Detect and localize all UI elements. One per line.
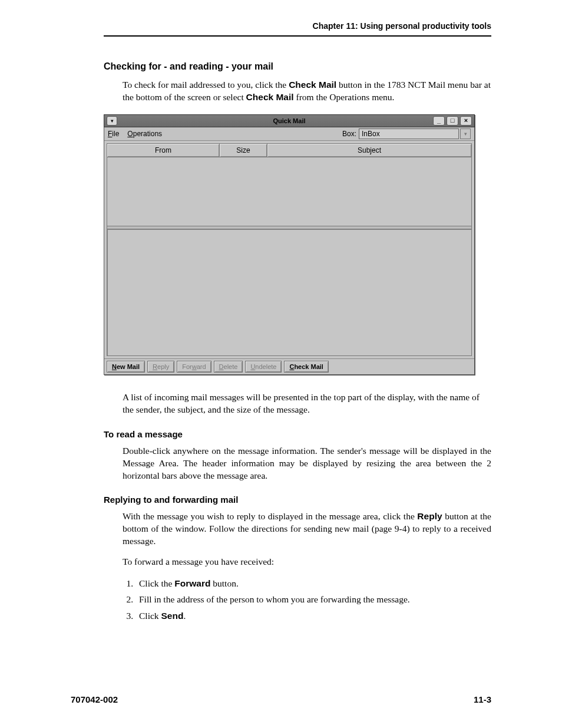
col-size[interactable]: Size: [220, 144, 267, 157]
mnemonic: w: [192, 363, 197, 370]
message-list-area[interactable]: [107, 157, 472, 226]
para-check-intro: To check for mail addressed to you, clic…: [123, 79, 491, 104]
box-dropdown-button[interactable]: ▾: [460, 129, 471, 139]
bold-check-mail: Check Mail: [289, 80, 336, 90]
mnemonic: U: [250, 363, 255, 370]
maximize-button[interactable]: □: [447, 116, 458, 126]
message-area[interactable]: [107, 229, 472, 356]
col-subject[interactable]: Subject: [267, 144, 471, 157]
forward-steps: Click the Forward button. Fill in the ad…: [123, 577, 491, 622]
text: ndelete: [255, 363, 276, 370]
bottom-toolbar: New Mail Reply Forward Delete Undelete C…: [104, 358, 474, 374]
header-rule: [104, 35, 491, 37]
page-footer: 707042-002 11-3: [71, 694, 491, 704]
text: from the Operations menu.: [294, 92, 395, 102]
text: ox:: [347, 130, 356, 138]
mnemonic: D: [219, 363, 224, 370]
text: .: [183, 611, 186, 621]
quickmail-window: ▾ Quick Mail _ □ × File Operations Box: …: [104, 114, 475, 375]
para-reply: With the message you wish to reply to di…: [123, 510, 491, 548]
mnemonic: O: [127, 130, 133, 138]
text: heck Mail: [294, 363, 323, 370]
heading-read-message: To read a message: [104, 429, 491, 439]
mnemonic: B: [342, 130, 347, 138]
text: ile: [112, 130, 119, 138]
text: elete: [224, 363, 238, 370]
chapter-header: Chapter 11: Using personal productivity …: [104, 21, 491, 31]
delete-button[interactable]: Delete: [214, 361, 243, 373]
mnemonic: C: [289, 363, 294, 370]
text: Click: [139, 611, 161, 621]
text: To check for mail addressed to you, clic…: [123, 80, 289, 90]
bold-forward: Forward: [174, 578, 210, 588]
mnemonic: R: [153, 363, 157, 370]
footer-docnum: 707042-002: [71, 694, 118, 704]
forward-button[interactable]: Forward: [177, 361, 211, 373]
bold-reply: Reply: [417, 511, 442, 521]
step-1: Click the Forward button.: [135, 577, 491, 590]
mnemonic: N: [112, 363, 117, 370]
window-title: Quick Mail: [104, 117, 474, 124]
text: For: [182, 363, 192, 370]
undelete-button[interactable]: Undelete: [245, 361, 282, 373]
minimize-button[interactable]: _: [433, 116, 445, 126]
text: button.: [210, 578, 238, 588]
box-label: Box:: [342, 130, 356, 138]
text: Click the: [139, 578, 174, 588]
col-from[interactable]: From: [107, 144, 220, 157]
step-3: Click Send.: [135, 609, 491, 622]
text: ard: [197, 363, 206, 370]
menu-file[interactable]: File: [108, 130, 119, 138]
check-mail-button[interactable]: Check Mail: [284, 361, 328, 373]
bold-send: Send: [161, 611, 183, 621]
heading-reply-forward: Replying to and forwarding mail: [104, 495, 491, 505]
para-forward-intro: To forward a message you have received:: [123, 556, 491, 568]
column-headers: From Size Subject: [107, 143, 472, 157]
titlebar[interactable]: ▾ Quick Mail _ □ ×: [104, 114, 475, 127]
footer-pagenum: 11-3: [474, 694, 491, 704]
para-read-message: Double-click anywhere on the message inf…: [123, 445, 491, 482]
box-select-field[interactable]: InBox: [359, 129, 459, 139]
text: ew Mail: [117, 363, 140, 370]
new-mail-button[interactable]: New Mail: [107, 361, 145, 373]
close-button[interactable]: ×: [460, 116, 472, 126]
step-2: Fill in the address of the person to who…: [135, 592, 491, 606]
text: perations: [133, 130, 162, 138]
para-list-explain: A list of incoming mail messages will be…: [123, 391, 491, 416]
reply-button[interactable]: Reply: [147, 361, 174, 373]
menu-bar: File Operations Box: InBox ▾: [104, 127, 474, 141]
heading-checking-mail: Checking for - and reading - your mail: [104, 61, 491, 72]
text: With the message you wish to reply to di…: [123, 511, 417, 521]
quickmail-screenshot: ▾ Quick Mail _ □ × File Operations Box: …: [104, 114, 491, 375]
text: eply: [157, 363, 169, 370]
menu-operations[interactable]: Operations: [127, 130, 162, 138]
bold-check-mail-2: Check Mail: [246, 92, 294, 102]
